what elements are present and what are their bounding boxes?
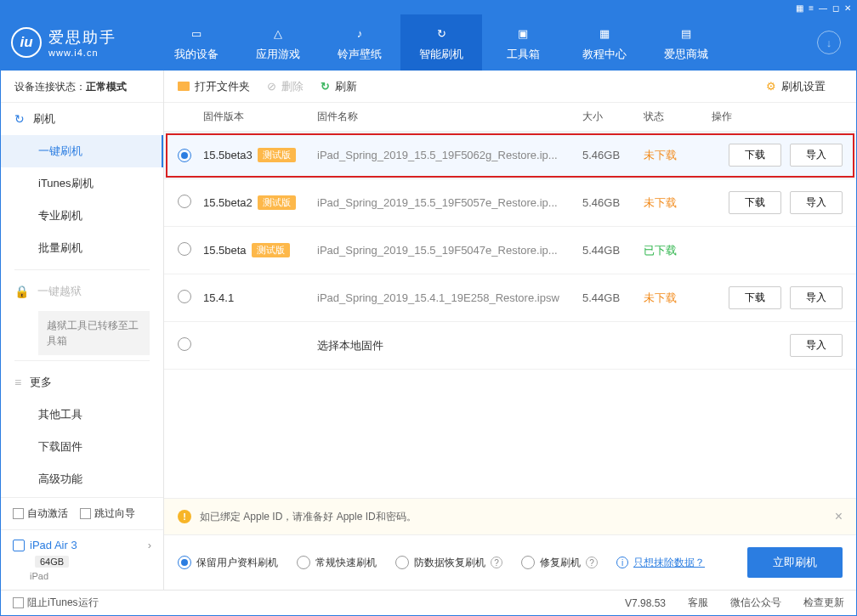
nav-item-2[interactable]: ♪铃声壁纸 (319, 14, 400, 71)
row-radio[interactable] (178, 195, 191, 208)
row-version: 15.5beta3测试版 (203, 148, 317, 162)
app-url: www.i4.cn (48, 48, 116, 58)
sidebar-flash-sub-3[interactable]: 批量刷机 (1, 232, 163, 264)
nav-item-1[interactable]: △应用游戏 (237, 14, 319, 71)
notice-text: 如已绑定 Apple ID，请准备好 Apple ID和密码。 (200, 510, 417, 524)
download-button[interactable]: 下载 (729, 191, 781, 214)
firmware-row[interactable]: 15.4.1iPad_Spring_2019_15.4.1_19E258_Res… (164, 274, 856, 322)
footer-kefu[interactable]: 客服 (688, 596, 708, 610)
nav-icon: ↻ (431, 23, 451, 43)
chevron-right-icon: › (148, 539, 151, 551)
erase-link[interactable]: i只想抹除数据？ (616, 556, 705, 570)
notice-bar: ! 如已绑定 Apple ID，请准备好 Apple ID和密码。 × (164, 498, 856, 534)
sidebar-more-sub-1[interactable]: 下载固件 (1, 431, 163, 463)
flash-now-button[interactable]: 立即刷机 (747, 547, 843, 578)
toolbar: 打开文件夹 ⊘ 删除 ↻ 刷新 ⚙ 刷机设置 (164, 71, 856, 103)
open-folder-button[interactable]: 打开文件夹 (178, 79, 250, 94)
logo: iu 爱思助手 www.i4.cn (11, 27, 156, 58)
nav-item-6[interactable]: ▤爱思商城 (645, 14, 727, 71)
opt-anti-recovery[interactable]: 防数据恢复刷机? (395, 556, 502, 570)
row-size: 5.44GB (582, 244, 644, 257)
row-version: 15.5beta测试版 (203, 243, 317, 257)
titlebar-grid-icon[interactable]: ▦ (796, 3, 803, 13)
row-radio[interactable] (178, 242, 191, 256)
titlebar-close-icon[interactable]: ✕ (844, 3, 851, 13)
sidebar-flash-sub-2[interactable]: 专业刷机 (1, 200, 163, 232)
row-size: 5.46GB (582, 196, 644, 209)
download-indicator-icon: ↓ (817, 31, 841, 54)
row-name: 选择本地固件 (317, 338, 582, 353)
nav-item-0[interactable]: ▭我的设备 (156, 14, 237, 71)
row-name: iPad_Spring_2019_15.5_19F5062g_Restore.i… (317, 149, 582, 161)
col-ops: 操作 (712, 110, 843, 124)
download-button[interactable]: 下载 (729, 286, 781, 309)
flash-icon: ↻ (14, 112, 25, 126)
firmware-row[interactable]: 15.5beta3测试版iPad_Spring_2019_15.5_19F506… (164, 132, 856, 179)
flash-options: 保留用户资料刷机 常规快速刷机 防数据恢复刷机? 修复刷机? i只想抹除数据？ … (164, 534, 856, 590)
nav-item-4[interactable]: ▣工具箱 (482, 14, 564, 71)
sidebar-flash-label: 刷机 (33, 111, 55, 127)
titlebar-menu-icon[interactable]: ≡ (809, 3, 814, 13)
auto-activate-checkbox[interactable]: 自动激活 (13, 506, 68, 521)
sidebar-more-header[interactable]: ≡ 更多 (1, 366, 163, 398)
nav-item-3[interactable]: ↻智能刷机 (400, 14, 482, 71)
firmware-row[interactable]: 选择本地固件导入 (164, 322, 856, 370)
row-radio[interactable] (178, 337, 191, 351)
skip-guide-checkbox[interactable]: 跳过向导 (80, 506, 135, 521)
titlebar-maximize-icon[interactable]: ◻ (832, 3, 839, 13)
sidebar-flash-sub-1[interactable]: iTunes刷机 (1, 167, 163, 200)
folder-icon (178, 82, 190, 91)
row-radio[interactable] (178, 149, 191, 162)
opt-regular[interactable]: 常规快速刷机 (297, 556, 377, 570)
row-ops: 下载导入 (712, 286, 843, 309)
sidebar-more-sub-2[interactable]: 高级功能 (1, 463, 163, 495)
logo-icon: iu (11, 27, 42, 58)
footer-weixin[interactable]: 微信公众号 (730, 596, 781, 610)
opt-repair[interactable]: 修复刷机? (521, 556, 598, 570)
row-radio[interactable] (178, 290, 191, 303)
device-block[interactable]: iPad Air 3 › 64GB iPad (1, 529, 163, 590)
warning-icon: ! (178, 510, 191, 523)
import-button[interactable]: 导入 (790, 144, 843, 167)
col-name: 固件名称 (317, 110, 582, 124)
nav-item-5[interactable]: ▦教程中心 (564, 14, 645, 71)
row-ops: 下载导入 (712, 191, 843, 214)
sidebar-flash-header[interactable]: ↻ 刷机 (1, 103, 163, 135)
footer-update[interactable]: 检查更新 (803, 596, 844, 610)
col-size: 大小 (582, 110, 644, 124)
footer-version: V7.98.53 (625, 597, 666, 609)
opt-keep-data[interactable]: 保留用户资料刷机 (178, 556, 278, 570)
download-button[interactable]: 下载 (729, 144, 781, 167)
firmware-row[interactable]: 15.5beta2测试版iPad_Spring_2019_15.5_19F505… (164, 179, 856, 227)
block-itunes-checkbox[interactable]: 阻止iTunes运行 (13, 596, 99, 610)
titlebar-minimize-icon[interactable]: — (819, 3, 827, 13)
help-icon[interactable]: ? (586, 557, 598, 568)
sidebar-more-sub-0[interactable]: 其他工具 (1, 398, 163, 431)
main: 打开文件夹 ⊘ 删除 ↻ 刷新 ⚙ 刷机设置 固件版本 固件名称 大小 状态 操… (164, 71, 856, 590)
lock-icon: 🔒 (14, 285, 29, 298)
firmware-row[interactable]: 15.5beta测试版iPad_Spring_2019_15.5_19F5047… (164, 227, 856, 274)
import-button[interactable]: 导入 (790, 191, 843, 214)
import-button[interactable]: 导入 (790, 286, 843, 309)
device-icon (13, 540, 25, 551)
nav-icon: ▦ (594, 23, 615, 43)
device-status: 设备连接状态：正常模式 (1, 71, 163, 103)
flash-settings-button[interactable]: ⚙ 刷机设置 (766, 79, 826, 94)
sidebar-flash-sub-0[interactable]: 一键刷机 (1, 135, 163, 167)
nav-icon: ♪ (349, 23, 370, 43)
device-status-value: 正常模式 (86, 81, 127, 93)
notice-close-icon[interactable]: × (835, 509, 843, 524)
row-status: 未下载 (644, 291, 712, 306)
help-icon[interactable]: ? (491, 557, 502, 568)
sidebar-bottom-options: 自动激活 跳过向导 (1, 498, 163, 529)
nav-download[interactable]: ↓ (812, 31, 846, 54)
row-name: iPad_Spring_2019_15.4.1_19E258_Restore.i… (317, 291, 582, 304)
device-name: iPad Air 3 (30, 539, 77, 551)
refresh-button[interactable]: ↻ 刷新 (321, 79, 357, 94)
sidebar-jailbreak-header[interactable]: 🔒 一键越狱 (1, 275, 163, 308)
device-status-label: 设备连接状态： (14, 81, 86, 93)
device-type: iPad (30, 571, 151, 581)
import-button[interactable]: 导入 (790, 334, 843, 357)
delete-button[interactable]: ⊘ 删除 (267, 79, 304, 94)
row-status: 已下载 (644, 243, 712, 258)
